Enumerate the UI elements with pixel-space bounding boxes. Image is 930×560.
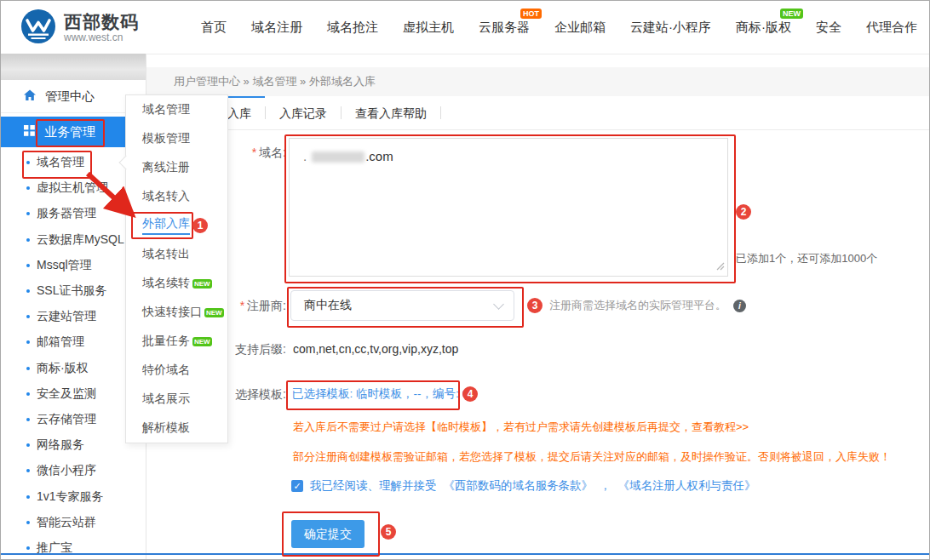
sidebar-item-label: 智能云站群 xyxy=(37,515,96,530)
sidebar-item-商标·版权[interactable]: 商标·版权 xyxy=(1,356,146,381)
logo-url: www.west.cn xyxy=(64,31,139,43)
flyout-item-特价域名[interactable]: 特价域名 xyxy=(126,356,227,385)
bullet-icon xyxy=(26,443,30,447)
sidebar-item-Mssql管理[interactable]: Mssql管理 xyxy=(1,253,146,278)
badge-hot-icon: HOT xyxy=(520,9,542,19)
submit-button[interactable]: 确定提交 xyxy=(291,520,365,548)
logo[interactable]: 西部数码 www.west.cn xyxy=(21,9,139,47)
flyout-item-域名转出[interactable]: 域名转出 xyxy=(126,240,227,269)
sidebar-item-label: Mssql管理 xyxy=(37,258,92,273)
terms-link-2[interactable]: 《域名注册人权利与责任》 xyxy=(618,478,756,494)
nav-item-企业邮箱[interactable]: 企业邮箱 xyxy=(554,20,606,36)
flyout-item-批量任务[interactable]: 批量任务NEW xyxy=(126,327,227,356)
flyout-item-label: 快速转接口 xyxy=(142,305,202,320)
flyout-item-模板管理[interactable]: 模板管理 xyxy=(126,124,227,153)
nav-item-安全[interactable]: 安全 xyxy=(816,20,841,36)
sidebar-item-推广宝[interactable]: 推广宝 xyxy=(1,535,146,560)
sidebar-item-SSL证书服务[interactable]: SSL证书服务 xyxy=(1,278,146,304)
sidebar-item-label: 安全及监测 xyxy=(37,386,96,402)
sidebar-item-label: 云存储管理 xyxy=(37,412,96,427)
sidebar-item-label: 服务器管理 xyxy=(37,206,96,221)
sidebar-home-label: 管理中心 xyxy=(45,89,95,105)
tab-查看入库帮助[interactable]: 查看入库帮助 xyxy=(342,96,440,129)
flyout-item-域名续转[interactable]: 域名续转NEW xyxy=(126,269,227,298)
terms-link-1[interactable]: 《西部数码的域名服务条款》 xyxy=(444,478,594,494)
bullet-icon xyxy=(26,469,30,472)
nav-item-首页[interactable]: 首页 xyxy=(201,20,227,36)
sidebar-item-云存储管理[interactable]: 云存储管理 xyxy=(1,407,146,432)
resize-handle-icon[interactable] xyxy=(716,259,725,273)
bullet-icon xyxy=(26,186,30,190)
flyout-item-域名管理[interactable]: 域名管理 xyxy=(126,95,227,124)
nav-item-域名注册[interactable]: 域名注册 xyxy=(251,20,302,36)
sidebar-item-1v1专家服务[interactable]: 1v1专家服务 xyxy=(1,483,146,509)
masked-domain-text xyxy=(312,151,365,163)
badge-new-icon: NEW xyxy=(192,337,212,346)
flyout-item-域名展示[interactable]: 域名展示 xyxy=(126,385,227,414)
sidebar-item-business-management[interactable]: 业务管理 xyxy=(1,117,146,147)
tab-separator xyxy=(440,106,441,119)
badge-new-icon: NEW xyxy=(192,279,212,289)
flyout-item-label: 解析模板 xyxy=(142,420,190,436)
tab-入库记录[interactable]: 入库记录 xyxy=(266,96,341,129)
domain-management-flyout-menu: 域名管理模板管理离线注册域名转入外部入库1域名转出域名续转NEW快速转接口NEW… xyxy=(125,94,228,443)
bullet-icon xyxy=(26,521,30,524)
suffix-value: com,net,cn,cc,tv,org,vip,xyz,top xyxy=(293,342,458,356)
sidebar-item-label: 1v1专家服务 xyxy=(37,489,104,505)
top-header: 西部数码 www.west.cn 首页域名注册域名抢注虚拟主机云服务器HOT企业… xyxy=(1,1,929,54)
bullet-icon xyxy=(26,340,30,344)
breadcrumb: 用户管理中心 » 域名管理 » 外部域名入库 xyxy=(174,74,376,89)
flyout-item-label: 批量任务 xyxy=(142,334,190,349)
selected-template-text[interactable]: 已选择模板: 临时模板，--，编号: 0 xyxy=(292,386,468,402)
sidebar-item-云建站管理[interactable]: 云建站管理 xyxy=(1,304,146,329)
agreement-separator: ， xyxy=(600,478,611,494)
sidebar-item-label: SSL证书服务 xyxy=(37,283,106,299)
flyout-item-离线注册[interactable]: 离线注册 xyxy=(126,153,227,182)
sidebar-item-网络服务[interactable]: 网络服务 xyxy=(1,432,146,458)
chevron-down-icon xyxy=(493,299,504,310)
logo-title: 西部数码 xyxy=(64,13,139,31)
flyout-item-label: 域名转出 xyxy=(142,247,190,262)
domain-textarea[interactable]: ..com xyxy=(289,138,728,277)
nav-item-商标·版权[interactable]: 商标·版权NEW xyxy=(736,20,791,36)
flyout-item-快速转接口[interactable]: 快速转接口NEW xyxy=(126,298,227,327)
domain-suffix-text: .com xyxy=(365,149,393,163)
home-icon xyxy=(23,89,37,105)
agreement-text: 我已经阅读、理解并接受 xyxy=(310,478,437,494)
step-5-badge: 5 xyxy=(381,524,396,540)
flyout-item-解析模板[interactable]: 解析模板 xyxy=(126,414,227,443)
info-icon[interactable]: i xyxy=(733,300,746,312)
sidebar-item-智能云站群[interactable]: 智能云站群 xyxy=(1,510,146,535)
flyout-item-label: 域名续转 xyxy=(142,276,190,291)
nav-item-域名抢注[interactable]: 域名抢注 xyxy=(327,20,378,36)
sidebar-item-management-center[interactable]: 管理中心 xyxy=(1,81,146,113)
sidebar-item-虚拟主机管理[interactable]: 虚拟主机管理 xyxy=(1,175,146,201)
registrar-select[interactable]: 商中在线 xyxy=(290,290,514,321)
sidebar-item-邮箱管理[interactable]: 邮箱管理 xyxy=(1,329,146,355)
sidebar-item-安全及监测[interactable]: 安全及监测 xyxy=(1,381,146,407)
flyout-item-域名转入[interactable]: 域名转入 xyxy=(126,182,227,211)
step-3-badge: 3 xyxy=(527,298,542,313)
flyout-item-label: 模板管理 xyxy=(142,131,190,146)
nav-item-虚拟主机[interactable]: 虚拟主机 xyxy=(403,20,454,36)
nav-item-代理合作[interactable]: 代理合作 xyxy=(866,20,917,36)
sidebar-banner xyxy=(1,54,146,80)
flyout-item-label: 离线注册 xyxy=(142,160,190,175)
sidebar-item-label: 云建站管理 xyxy=(37,309,96,324)
tab-bar-divider xyxy=(146,129,929,130)
required-asterisk: * xyxy=(252,146,256,159)
sidebar-item-云数据库MySQL[interactable]: 云数据库MySQL xyxy=(1,227,146,253)
flyout-item-label: 外部入库 xyxy=(142,216,190,235)
sidebar-item-微信小程序[interactable]: 微信小程序 xyxy=(1,458,146,483)
nav-item-云服务器[interactable]: 云服务器HOT xyxy=(479,20,530,36)
sidebar-item-服务器管理[interactable]: 服务器管理 xyxy=(1,201,146,226)
flyout-item-外部入库[interactable]: 外部入库1 xyxy=(126,211,227,240)
domain-counter: 已添加1个，还可添加1000个 xyxy=(736,251,877,266)
agreement-checkbox[interactable]: ✓ xyxy=(291,480,303,492)
warning-text-1: 若入库后不需要过户请选择【临时模板】，若有过户需求请先创建模板后再提交，查看教程… xyxy=(293,420,749,435)
bullet-icon xyxy=(26,315,30,318)
warning-text-2: 部分注册商创建模板需验证邮箱，若您选择了模板，提交后请关注对应的邮箱，及时操作验… xyxy=(293,449,891,465)
nav-item-云建站·小程序[interactable]: 云建站·小程序 xyxy=(630,20,711,36)
bullet-icon xyxy=(26,495,30,499)
flyout-item-label: 域名转入 xyxy=(142,189,190,204)
